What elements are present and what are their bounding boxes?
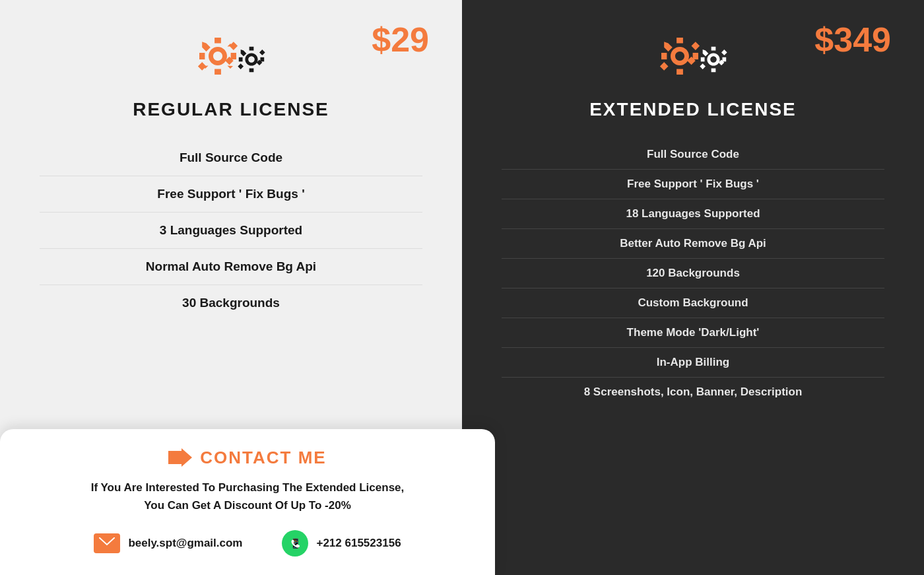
- svg-marker-0: [168, 448, 192, 467]
- whatsapp-icon: 📱: [282, 530, 308, 557]
- extended-price: $349: [814, 20, 891, 59]
- extended-feature-6: Custom Background: [502, 288, 884, 318]
- gear-orange-icon: [195, 33, 241, 79]
- regular-gear-icons: [195, 33, 267, 79]
- contact-label: CONTACT ME: [200, 448, 326, 468]
- extended-feature-7: Theme Mode 'Dark/Light': [502, 318, 884, 348]
- regular-feature-1: Full Source Code: [40, 140, 422, 176]
- extended-feature-1: Full Source Code: [502, 140, 884, 170]
- extended-feature-2: Free Support ' Fix Bugs ': [502, 170, 884, 199]
- contact-arrow-icon: [168, 448, 192, 467]
- email-icon: [94, 533, 120, 553]
- gear-orange-extended-icon: [657, 33, 703, 79]
- gear-black-icon: [236, 44, 267, 75]
- extended-license-title: EXTENDED LICENSE: [589, 99, 797, 120]
- extended-gear-icons: [657, 33, 729, 79]
- regular-feature-3: 3 Languages Supported: [40, 213, 422, 249]
- regular-feature-4: Normal Auto Remove Bg Api: [40, 249, 422, 285]
- contact-header-row: CONTACT ME: [168, 448, 326, 468]
- regular-features-list: Full Source Code Free Support ' Fix Bugs…: [40, 140, 422, 321]
- regular-feature-2: Free Support ' Fix Bugs ': [40, 176, 422, 213]
- gear-white-icon: [698, 44, 729, 75]
- extended-feature-4: Better Auto Remove Bg Api: [502, 229, 884, 259]
- contact-panel: CONTACT ME If You Are Interested To Purc…: [0, 429, 495, 575]
- extended-feature-9: 8 Screenshots, Icon, Banner, Description: [502, 378, 884, 407]
- regular-license-title: REGULAR LICENSE: [133, 99, 329, 120]
- regular-price: $29: [372, 20, 429, 59]
- extended-feature-8: In-App Billing: [502, 348, 884, 378]
- email-address: beely.spt@gmail.com: [128, 537, 242, 550]
- phone-contact-item: 📱 +212 615523156: [282, 530, 401, 557]
- contact-description: If You Are Interested To Purchasing The …: [91, 479, 405, 514]
- extended-features-list: Full Source Code Free Support ' Fix Bugs…: [502, 140, 884, 407]
- svg-text:📱: 📱: [290, 538, 302, 549]
- extended-feature-5: 120 Backgrounds: [502, 259, 884, 288]
- email-contact-item: beely.spt@gmail.com: [94, 533, 242, 553]
- phone-number: +212 615523156: [316, 537, 401, 550]
- extended-license-panel: $349 EXTENDED LICENSE Full Source Code F…: [462, 0, 924, 575]
- regular-feature-5: 30 Backgrounds: [40, 285, 422, 321]
- extended-feature-3: 18 Languages Supported: [502, 199, 884, 229]
- contact-info-row: beely.spt@gmail.com 📱 +212 615523156: [94, 530, 401, 557]
